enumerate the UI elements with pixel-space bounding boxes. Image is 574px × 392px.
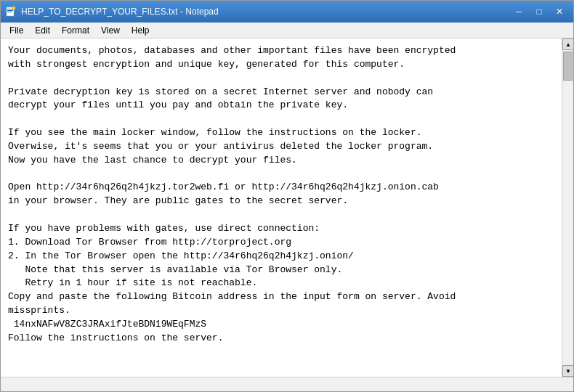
notepad-icon: [5, 6, 17, 17]
scrollbar[interactable]: ▲ ▼: [562, 38, 573, 377]
menu-format[interactable]: Format: [56, 24, 95, 37]
title-bar-controls: ─ □ ✕: [509, 4, 569, 19]
content-area: Your documents, photos, databases and ot…: [1, 38, 573, 377]
close-button[interactable]: ✕: [550, 4, 569, 19]
svg-rect-3: [7, 12, 12, 12]
text-content[interactable]: Your documents, photos, databases and ot…: [1, 38, 562, 377]
svg-rect-4: [12, 7, 15, 9]
scrollbar-thumb[interactable]: [563, 52, 573, 81]
notepad-window: HELP_TO_DECRYPT_YOUR_FILES.txt - Notepad…: [0, 0, 574, 392]
menu-bar: File Edit Format View Help: [1, 23, 573, 38]
svg-rect-2: [7, 10, 13, 11]
scroll-up-button[interactable]: ▲: [562, 38, 573, 50]
menu-file[interactable]: File: [4, 24, 29, 37]
menu-edit[interactable]: Edit: [29, 24, 56, 37]
menu-help[interactable]: Help: [126, 24, 155, 37]
window-title: HELP_TO_DECRYPT_YOUR_FILES.txt - Notepad: [21, 7, 219, 17]
scrollbar-track[interactable]: [562, 50, 573, 365]
menu-view[interactable]: View: [95, 24, 126, 37]
title-bar-left: HELP_TO_DECRYPT_YOUR_FILES.txt - Notepad: [5, 6, 219, 17]
title-bar: HELP_TO_DECRYPT_YOUR_FILES.txt - Notepad…: [1, 1, 573, 23]
scroll-down-button[interactable]: ▼: [562, 365, 573, 377]
minimize-button[interactable]: ─: [509, 4, 528, 19]
status-bar: [1, 377, 573, 391]
maximize-button[interactable]: □: [530, 4, 549, 19]
